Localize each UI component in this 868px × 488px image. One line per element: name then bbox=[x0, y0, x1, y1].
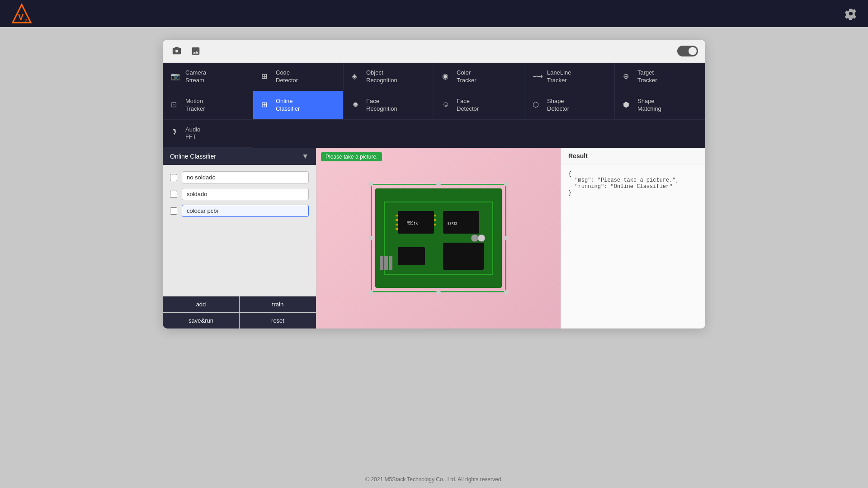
nav-menu: CameraStream CodeDetector ObjectRecognit… bbox=[163, 63, 705, 148]
gear-icon[interactable] bbox=[844, 7, 857, 20]
nav-label-online-classifier: OnlineClassifier bbox=[276, 98, 300, 113]
corner-tr bbox=[504, 182, 509, 186]
corner-ml bbox=[368, 236, 373, 240]
nav-label-target-tracker: TargetTracker bbox=[637, 69, 657, 84]
target-tracker-icon bbox=[623, 72, 633, 82]
save-run-button[interactable]: save&run bbox=[163, 313, 239, 328]
nav-item-color-tracker[interactable]: ColorTracker bbox=[434, 63, 524, 91]
nav-item-online-classifier[interactable]: OnlineClassifier bbox=[253, 91, 344, 120]
nav-item-audio-fft[interactable]: AudioFFT bbox=[163, 120, 253, 148]
result-panel: Result { "msg": "Please take a picture."… bbox=[561, 148, 705, 328]
nav-label-camera-stream: CameraStream bbox=[185, 69, 206, 84]
center-camera-view: Please take a picture. bbox=[316, 148, 561, 328]
nav-item-shape-matching[interactable]: ShapeMatching bbox=[615, 91, 705, 120]
add-button[interactable]: add bbox=[163, 296, 239, 312]
nav-label-code-detector: CodeDetector bbox=[276, 69, 298, 84]
nav-label-motion-tracker: MotionTracker bbox=[185, 98, 205, 113]
corner-mr bbox=[504, 236, 509, 240]
nav-label-audio-fft: AudioFFT bbox=[185, 126, 200, 141]
nav-label-laneline-tracker: LaneLineTracker bbox=[547, 69, 571, 84]
nav-item-face-detector[interactable]: FaceDetector bbox=[434, 91, 524, 120]
shape-matching-icon bbox=[623, 100, 633, 110]
nav-item-code-detector[interactable]: CodeDetector bbox=[253, 63, 344, 91]
main-card: CameraStream CodeDetector ObjectRecognit… bbox=[163, 40, 705, 328]
label-input-2[interactable] bbox=[182, 188, 309, 200]
nav-item-object-recognition[interactable]: ObjectRecognition bbox=[344, 63, 434, 91]
motion-tracker-icon bbox=[171, 100, 181, 110]
footer-text: © 2021 M5Stack Technology Co., Ltd. All … bbox=[365, 476, 502, 483]
label-checkbox-3[interactable] bbox=[170, 207, 177, 215]
label-row-2 bbox=[170, 188, 309, 200]
corner-tl bbox=[368, 182, 373, 186]
corner-bl bbox=[368, 290, 373, 295]
result-header: Result bbox=[561, 148, 705, 164]
reset-button[interactable]: reset bbox=[240, 313, 316, 328]
image-upload-button[interactable] bbox=[189, 44, 203, 58]
nav-item-face-recognition[interactable]: FaceRecognition bbox=[344, 91, 434, 120]
online-classifier-icon bbox=[261, 100, 271, 110]
nav-label-shape-detector: ShapeDetector bbox=[547, 98, 569, 113]
shape-detector-icon bbox=[533, 100, 542, 110]
result-body: { "msg": "Please take a picture.", "runn… bbox=[561, 164, 705, 328]
nav-item-shape-detector[interactable]: ShapeDetector bbox=[524, 91, 615, 120]
left-panel: Online Classifier ▼ bbox=[163, 148, 316, 328]
camera-capture-button[interactable] bbox=[170, 44, 184, 58]
object-recognition-icon bbox=[352, 72, 362, 82]
corner-tm bbox=[436, 182, 441, 186]
label-checkbox-2[interactable] bbox=[170, 191, 177, 198]
nav-item-target-tracker[interactable]: TargetTracker bbox=[615, 63, 705, 91]
audio-fft-icon bbox=[171, 128, 181, 138]
face-recognition-icon bbox=[352, 100, 362, 110]
nav-label-shape-matching: ShapeMatching bbox=[637, 98, 661, 113]
label-input-1[interactable] bbox=[182, 171, 309, 183]
card-toolbar bbox=[163, 40, 705, 63]
svg-text:2: 2 bbox=[24, 19, 27, 23]
face-detector-icon bbox=[442, 100, 452, 110]
footer: © 2021 M5Stack Technology Co., Ltd. All … bbox=[0, 471, 868, 488]
pcb-detection-border bbox=[371, 184, 506, 292]
color-tracker-icon bbox=[442, 72, 452, 82]
svg-text:V: V bbox=[18, 13, 24, 22]
topbar: V 2 bbox=[0, 0, 868, 27]
nav-item-motion-tracker[interactable]: MotionTracker bbox=[163, 91, 253, 120]
label-list bbox=[163, 165, 316, 296]
toggle-button[interactable] bbox=[677, 46, 698, 56]
nav-label-face-recognition: FaceRecognition bbox=[366, 98, 397, 113]
nav-label-object-recognition: ObjectRecognition bbox=[366, 69, 397, 84]
laneline-tracker-icon bbox=[533, 72, 542, 82]
pcb-image-area: M5Stk ESP32 bbox=[371, 184, 506, 292]
nav-item-laneline-tracker[interactable]: LaneLineTracker bbox=[524, 63, 615, 91]
app-logo: V 2 bbox=[11, 3, 33, 24]
camera-stream-icon bbox=[171, 72, 181, 82]
card-body: Online Classifier ▼ bbox=[163, 148, 705, 328]
nav-label-color-tracker: ColorTracker bbox=[457, 69, 476, 84]
label-row-1 bbox=[170, 171, 309, 183]
toggle-thumb bbox=[689, 47, 697, 55]
panel-header: Online Classifier ▼ bbox=[163, 148, 316, 165]
panel-title: Online Classifier bbox=[170, 153, 216, 160]
nav-label-face-detector: FaceDetector bbox=[457, 98, 479, 113]
code-detector-icon bbox=[261, 72, 271, 82]
corner-br bbox=[504, 290, 509, 295]
panel-buttons: add train save&run reset bbox=[163, 296, 316, 328]
label-row-3 bbox=[170, 205, 309, 217]
camera-status-bar: Please take a picture. bbox=[321, 152, 382, 161]
corner-bm bbox=[436, 290, 441, 295]
train-button[interactable]: train bbox=[240, 296, 316, 312]
label-checkbox-1[interactable] bbox=[170, 174, 177, 181]
main-wrapper: CameraStream CodeDetector ObjectRecognit… bbox=[0, 27, 868, 466]
panel-collapse-icon[interactable]: ▼ bbox=[302, 152, 309, 160]
nav-item-camera-stream[interactable]: CameraStream bbox=[163, 63, 253, 91]
label-input-3[interactable] bbox=[182, 205, 309, 217]
